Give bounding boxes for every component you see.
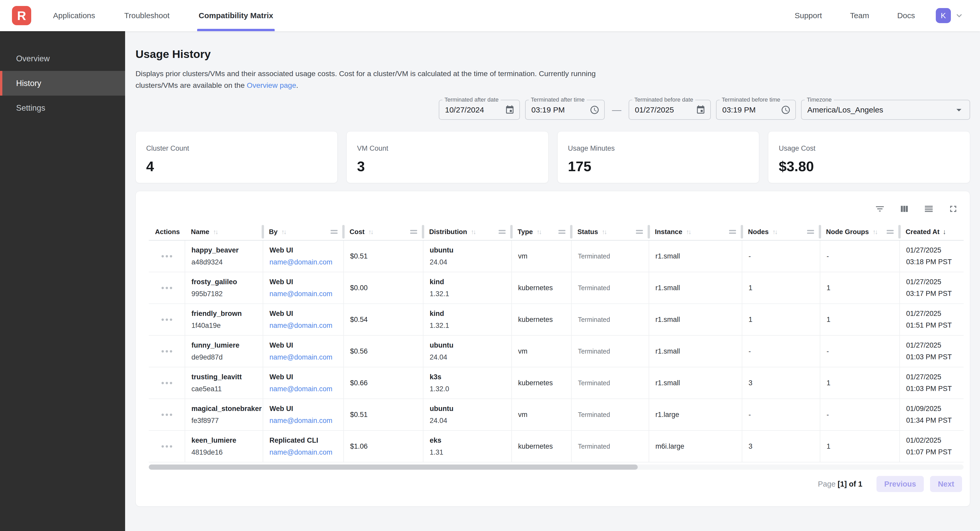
column-menu-icon[interactable]	[499, 230, 506, 234]
column-separator[interactable]	[342, 225, 345, 238]
row-id: 4819de16	[191, 449, 262, 457]
column-menu-icon[interactable]	[807, 230, 814, 234]
row-actions-button[interactable]	[159, 411, 175, 418]
cell-created-at: 01/27/202501:03 PM PST	[899, 336, 964, 367]
nav-tab-applications[interactable]: Applications	[53, 0, 95, 31]
columns-button[interactable]	[899, 204, 910, 214]
user-menu[interactable]: K	[936, 8, 964, 23]
cell-created-at: 01/02/202501:07 PM PST	[899, 431, 964, 462]
row-instance: m6i.large	[655, 442, 742, 450]
filter-field-terminated-after-time[interactable]: Terminated after time03:19 PM	[525, 100, 605, 120]
row-email-link[interactable]: name@domain.com	[269, 449, 343, 457]
cell-instance: r1.large	[649, 399, 742, 430]
sidebar-item-overview[interactable]: Overview	[0, 46, 125, 71]
sidebar-item-settings[interactable]: Settings	[0, 96, 125, 120]
row-email-link[interactable]: name@domain.com	[269, 290, 343, 298]
overview-page-link[interactable]: Overview page	[247, 81, 296, 89]
sidebar-item-history[interactable]: History	[0, 71, 125, 96]
next-button[interactable]: Next	[930, 476, 962, 492]
row-email-link[interactable]: name@domain.com	[269, 258, 343, 266]
column-menu-icon[interactable]	[887, 230, 894, 234]
row-email-link[interactable]: name@domain.com	[269, 385, 343, 393]
filter-field-value: 03:19 PM	[722, 105, 756, 114]
sort-icon[interactable]: ↑↓	[536, 228, 541, 236]
cell-name: happy_beavera48d9324	[185, 241, 262, 272]
nav-link-support[interactable]: Support	[795, 11, 822, 20]
page-title: Usage History	[135, 48, 970, 60]
row-email-link[interactable]: name@domain.com	[269, 353, 343, 361]
nav-tab-label: Applications	[53, 11, 95, 20]
column-separator[interactable]	[510, 225, 512, 238]
cell-actions	[149, 399, 185, 430]
filter-field-terminated-before-date[interactable]: Terminated before date01/27/2025	[628, 100, 711, 120]
row-actions-button[interactable]	[159, 379, 175, 387]
column-separator[interactable]	[422, 225, 424, 238]
stat-card-usage-cost: Usage Cost$3.80	[768, 131, 970, 183]
column-separator[interactable]	[898, 225, 900, 238]
nav-tab-compatibility-matrix[interactable]: Compatibility Matrix	[199, 0, 274, 31]
sort-icon[interactable]: ↑↓	[772, 228, 776, 236]
cell-node-groups: -	[820, 399, 899, 430]
cell-nodes: -	[742, 399, 820, 430]
sort-icon[interactable]: ↑↓	[368, 228, 373, 236]
filter-field-timezone[interactable]: TimezoneAmerica/Los_Angeles	[801, 100, 970, 120]
nav-tabs: ApplicationsTroubleshootCompatibility Ma…	[53, 0, 273, 31]
filter-field-terminated-before-time[interactable]: Terminated before time03:19 PM	[716, 100, 796, 120]
column-header-instance[interactable]: Instance↑↓	[649, 223, 742, 240]
row-email-link[interactable]: name@domain.com	[269, 322, 343, 330]
column-header-status[interactable]: Status↑↓	[571, 223, 649, 240]
sort-icon[interactable]: ↑↓	[873, 228, 877, 236]
sort-icon[interactable]: ↑↓	[601, 228, 606, 236]
table-row: trusting_leavittcae5ea11Web UIname@domai…	[149, 367, 964, 399]
top-nav: R ApplicationsTroubleshootCompatibility …	[0, 0, 980, 31]
row-actions-button[interactable]	[159, 347, 175, 355]
column-header-cost[interactable]: Cost↑↓	[343, 223, 423, 240]
row-actions-button[interactable]	[159, 443, 175, 450]
brand-logo[interactable]: R	[12, 6, 31, 25]
sort-icon[interactable]: ↑↓	[281, 228, 286, 236]
column-menu-icon[interactable]	[410, 230, 417, 234]
row-created-time: 01:34 PM PST	[906, 417, 964, 425]
filter-button[interactable]	[875, 204, 885, 214]
column-separator[interactable]	[648, 225, 650, 238]
column-header-actions[interactable]: Actions	[149, 223, 185, 240]
fullscreen-icon	[948, 204, 958, 214]
sort-icon[interactable]: ↑↓	[213, 228, 218, 236]
column-menu-icon[interactable]	[331, 230, 337, 234]
horizontal-scrollbar-thumb[interactable]	[149, 464, 638, 470]
row-actions-button[interactable]	[159, 252, 175, 260]
filter-field-terminated-after-date[interactable]: Terminated after date10/27/2024	[439, 100, 520, 120]
column-header-nodes[interactable]: Nodes↑↓	[742, 223, 820, 240]
column-header-distribution[interactable]: Distribution↑↓	[423, 223, 511, 240]
cell-nodes: 1	[742, 272, 820, 303]
row-node-groups: 1	[827, 284, 899, 292]
column-header-created-at[interactable]: Created At↓	[899, 223, 964, 240]
column-menu-icon[interactable]	[729, 230, 736, 234]
column-header-type[interactable]: Type↑↓	[511, 223, 571, 240]
row-actions-button[interactable]	[159, 284, 175, 292]
previous-button[interactable]: Previous	[877, 476, 924, 492]
column-header-node-groups[interactable]: Node Groups↑↓	[820, 223, 899, 240]
row-name: funny_lumiere	[191, 341, 262, 349]
column-menu-icon[interactable]	[558, 230, 565, 234]
column-separator[interactable]	[819, 225, 821, 238]
row-created-time: 01:03 PM PST	[906, 353, 964, 361]
column-header-by[interactable]: By↑↓	[262, 223, 343, 240]
fullscreen-button[interactable]	[948, 204, 958, 214]
density-button[interactable]	[924, 204, 934, 214]
row-by: Web UI	[269, 373, 343, 381]
column-separator[interactable]	[570, 225, 573, 238]
column-separator[interactable]	[262, 225, 264, 238]
column-header-name[interactable]: Name↑↓	[185, 223, 262, 240]
row-email-link[interactable]: name@domain.com	[269, 417, 343, 425]
nav-link-team[interactable]: Team	[850, 11, 869, 20]
nav-tab-troubleshoot[interactable]: Troubleshoot	[124, 0, 170, 31]
sort-icon[interactable]: ↑↓	[471, 228, 475, 236]
avatar[interactable]: K	[936, 8, 951, 23]
nav-link-docs[interactable]: Docs	[897, 11, 915, 20]
sort-desc-icon[interactable]: ↓	[943, 228, 947, 236]
column-separator[interactable]	[741, 225, 743, 238]
column-menu-icon[interactable]	[636, 230, 643, 234]
sort-icon[interactable]: ↑↓	[686, 228, 690, 236]
row-actions-button[interactable]	[159, 316, 175, 323]
